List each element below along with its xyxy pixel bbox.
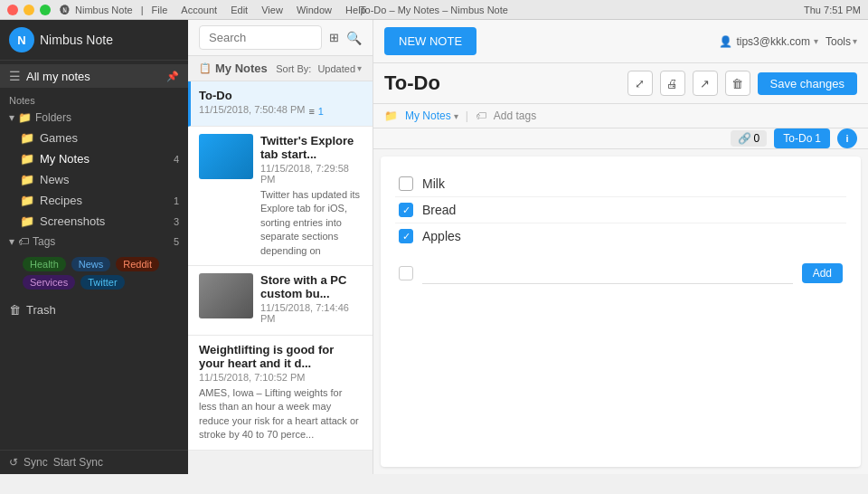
main-content: NEW NOTE 👤 tips3@kkk.com ▾ Tools ▾ To-Do… xyxy=(373,20,868,474)
share-button[interactable]: ↗ xyxy=(693,71,718,96)
note-item-store[interactable]: Store with a PC custom bu... 11/15/2018,… xyxy=(188,266,373,336)
sort-by-label: Sort By: xyxy=(276,63,311,74)
sidebar-header: N Nimbus Note xyxy=(0,20,188,61)
user-email: tips3@kkk.com xyxy=(736,35,810,48)
note-title-store: Store with a PC custom bu... xyxy=(260,273,362,300)
sidebar-folder-recipes[interactable]: 📁 Recipes 1 xyxy=(0,190,188,211)
checkbox-apples[interactable]: ✓ xyxy=(399,229,413,243)
all-notes-icon: ☰ xyxy=(9,69,21,83)
tags-selector[interactable]: Add tags xyxy=(494,109,536,122)
tools-chevron-icon: ▾ xyxy=(853,36,857,46)
note-title-todo: To-Do xyxy=(199,89,362,102)
note-main-title: To-Do xyxy=(384,71,620,95)
note-thumb-wrapper-twitter: Twitter's Explore tab start... 11/15/201… xyxy=(199,134,362,258)
trash-icon: 🗑 xyxy=(9,303,21,317)
note-list-subheader: 📋 My Notes Sort By: Updated ▾ xyxy=(188,56,373,81)
folder-name-mynotes: My Notes xyxy=(40,152,90,166)
note-list-column: ⊞ 🔍 📋 My Notes Sort By: Updated ▾ To-Do … xyxy=(188,20,373,474)
sync-label: Sync xyxy=(24,456,48,469)
start-sync-label: Start Sync xyxy=(53,456,103,469)
sidebar-folders-header[interactable]: ▾ 📁 Folders xyxy=(0,108,188,128)
delete-button[interactable]: 🗑 xyxy=(725,71,750,96)
sidebar-folder-news[interactable]: 📁 News xyxy=(0,169,188,190)
tags-label: Tags xyxy=(33,235,55,248)
print-icon: 🖨 xyxy=(666,77,678,90)
checklist-item-bread: ✓ Bread xyxy=(395,197,846,223)
note-item-todo[interactable]: To-Do 11/15/2018, 7:50:48 PM ≡ 1 xyxy=(188,81,373,127)
tag-health[interactable]: Health xyxy=(23,257,66,271)
sidebar-trash[interactable]: 🗑 Trash xyxy=(0,299,188,321)
sort-controls[interactable]: Sort By: Updated ▾ xyxy=(276,63,362,74)
notebook-selector[interactable]: My Notes ▾ xyxy=(405,109,458,122)
new-note-button[interactable]: NEW NOTE xyxy=(384,27,476,55)
checklist-item-milk: Milk xyxy=(395,171,846,197)
note-count-todo: 1 xyxy=(318,106,324,117)
note-title-toolbar: To-Do ⤢ 🖨 ↗ 🗑 Save changes xyxy=(373,63,868,104)
menu-edit[interactable]: Edit xyxy=(231,5,248,15)
search-input[interactable] xyxy=(199,25,322,50)
sidebar-notes-section: Notes xyxy=(0,88,188,108)
sort-chevron-icon: ▾ xyxy=(357,63,362,73)
tag-news[interactable]: News xyxy=(71,257,111,271)
search-icon[interactable]: 🔍 xyxy=(346,31,362,45)
tag-services[interactable]: Services xyxy=(23,275,75,290)
info-button[interactable]: i xyxy=(837,128,857,148)
tags-container: Health News Reddit Services Twitter xyxy=(0,252,188,295)
delete-icon: 🗑 xyxy=(731,77,743,90)
folder-icon-news: 📁 xyxy=(20,173,34,186)
expand-button[interactable]: ⤢ xyxy=(627,71,653,96)
sidebar-folder-mynotes[interactable]: 📁 My Notes 4 xyxy=(0,148,188,169)
folder-icon-recipes: 📁 xyxy=(20,194,34,207)
app-logo: N xyxy=(9,27,34,52)
tab-count: 1 xyxy=(815,132,821,145)
check-label-bread: Bread xyxy=(422,203,843,217)
maximize-button[interactable] xyxy=(40,5,51,15)
sidebar-item-all-notes[interactable]: ☰ All my notes 📌 xyxy=(0,64,188,88)
folder-icon-games: 📁 xyxy=(20,131,34,145)
folder-icon-screenshots: 📁 xyxy=(20,214,34,228)
note-date-store: 11/15/2018, 7:14:46 PM xyxy=(260,302,362,324)
print-button[interactable]: 🖨 xyxy=(660,71,685,96)
menu-view[interactable]: View xyxy=(261,5,283,15)
menu-window[interactable]: Window xyxy=(297,5,332,15)
folder-name-news: News xyxy=(40,173,70,186)
checkbox-bread[interactable]: ✓ xyxy=(399,203,413,217)
note-meta-bar: 📁 My Notes ▾ | 🏷 Add tags xyxy=(373,104,868,128)
check-label-apples: Apples xyxy=(422,229,843,243)
sidebar-tags-header[interactable]: ▾ 🏷 Tags 5 xyxy=(0,232,188,252)
note-item-weightlifting[interactable]: Weightlifting is good for your heart and… xyxy=(188,336,373,451)
note-item-twitter[interactable]: Twitter's Explore tab start... 11/15/201… xyxy=(188,127,373,266)
tools-button[interactable]: Tools ▾ xyxy=(826,35,857,48)
window-controls: 🅝 Nimbus Note | File Account Edit View W… xyxy=(7,5,366,15)
add-tags-label: Add tags xyxy=(494,109,536,122)
filter-icon[interactable]: ⊞ xyxy=(329,31,339,44)
sidebar-folder-games[interactable]: 📁 Games xyxy=(0,128,188,148)
tag-twitter[interactable]: Twitter xyxy=(80,275,124,290)
note-tab-todo[interactable]: To-Do 1 xyxy=(774,128,830,148)
folders-label: Folders xyxy=(35,111,71,124)
note-preview-weightlifting: AMES, Iowa – Lifting weights for less th… xyxy=(199,386,362,442)
note-editor: Milk ✓ Bread ✓ Apples Add xyxy=(381,157,861,467)
sidebar: N Nimbus Note ☰ All my notes 📌 Notes ▾ 📁… xyxy=(0,20,188,474)
note-date-todo: 11/15/2018, 7:50:48 PM xyxy=(199,104,305,115)
tools-label: Tools xyxy=(826,35,851,48)
user-chevron-icon: ▾ xyxy=(814,36,818,46)
checkbox-milk[interactable] xyxy=(399,176,413,191)
close-button[interactable] xyxy=(7,5,18,15)
note-date-weightlifting: 11/15/2018, 7:10:52 PM xyxy=(199,372,362,383)
add-item-button[interactable]: Add xyxy=(802,263,843,283)
all-notes-label: All my notes xyxy=(26,70,90,83)
new-item-row: Add xyxy=(395,256,846,290)
user-info[interactable]: 👤 tips3@kkk.com ▾ xyxy=(719,35,818,48)
save-changes-button[interactable]: Save changes xyxy=(758,72,857,95)
new-item-input[interactable] xyxy=(422,261,793,284)
link-count-badge[interactable]: 🔗 0 xyxy=(731,130,768,147)
menu-account[interactable]: Account xyxy=(181,5,217,15)
tags-chevron-icon: ▾ xyxy=(9,235,14,248)
menu-file[interactable]: File xyxy=(152,5,168,15)
sidebar-footer[interactable]: ↺ Sync Start Sync xyxy=(0,450,188,474)
sidebar-folder-screenshots[interactable]: 📁 Screenshots 3 xyxy=(0,211,188,232)
minimize-button[interactable] xyxy=(24,5,34,15)
tag-reddit[interactable]: Reddit xyxy=(116,257,159,271)
meta-separator: | xyxy=(466,109,468,122)
